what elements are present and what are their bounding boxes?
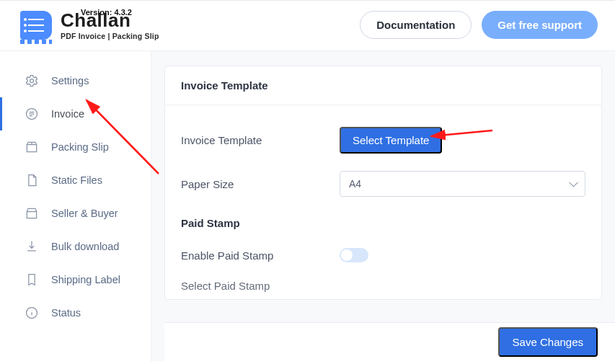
get-support-button[interactable]: Get free support [482, 11, 598, 39]
paper-size-label: Paper Size [181, 178, 340, 190]
file-icon [24, 172, 40, 188]
settings-panel: Invoice Template Invoice Template Select… [164, 66, 602, 300]
paper-size-select[interactable]: A4 [340, 171, 585, 197]
sidebar-item-settings[interactable]: Settings [0, 64, 151, 97]
sidebar-item-shipping-label[interactable]: Shipping Label [0, 263, 151, 296]
info-icon [24, 305, 40, 321]
sidebar-item-label: Status [51, 307, 81, 319]
store-icon [24, 205, 40, 221]
box-icon [24, 139, 40, 155]
sidebar-item-seller-buyer[interactable]: Seller & Buyer [0, 197, 151, 230]
sidebar-item-label: Packing Slip [51, 141, 109, 153]
sidebar-item-packing-slip[interactable]: Packing Slip [0, 130, 151, 164]
receipt-icon [24, 106, 40, 122]
sidebar-item-label: Shipping Label [51, 274, 120, 285]
sidebar-item-label: Bulk download [51, 241, 119, 252]
brand-tagline: PDF Invoice | Packing Slip [61, 32, 159, 40]
sidebar-item-label: Seller & Buyer [51, 208, 118, 219]
invoice-template-label: Invoice Template [181, 134, 340, 146]
section-title: Invoice Template [165, 66, 601, 105]
select-paid-stamp-label: Select Paid Stamp [181, 280, 340, 292]
gear-icon [24, 73, 40, 89]
label-icon [24, 272, 40, 288]
sidebar-item-status[interactable]: Status [0, 296, 151, 329]
sidebar-item-static-files[interactable]: Static Files [0, 164, 151, 197]
sidebar-item-invoice[interactable]: Invoice [0, 97, 151, 130]
save-changes-button[interactable]: Save Changes [498, 327, 598, 357]
sidebar-item-label: Settings [51, 75, 89, 86]
select-template-button[interactable]: Select Template [340, 127, 442, 154]
sidebar: Settings Invoice Packing Slip Static Fil… [0, 51, 151, 361]
download-icon [24, 239, 40, 254]
documentation-button[interactable]: Documentation [360, 11, 472, 39]
enable-paid-stamp-toggle[interactable] [340, 248, 368, 262]
sidebar-item-label: Static Files [51, 174, 102, 186]
enable-paid-stamp-label: Enable Paid Stamp [181, 249, 340, 262]
sidebar-item-bulk-download[interactable]: Bulk download [0, 230, 151, 263]
logo-icon [20, 11, 52, 40]
svg-point-0 [30, 79, 34, 83]
footer-bar: Save Changes [164, 322, 615, 361]
paid-stamp-section-title: Paid Stamp [181, 205, 585, 234]
version-label: Version: 4.3.2 [81, 8, 132, 17]
sidebar-item-label: Invoice [51, 108, 84, 120]
